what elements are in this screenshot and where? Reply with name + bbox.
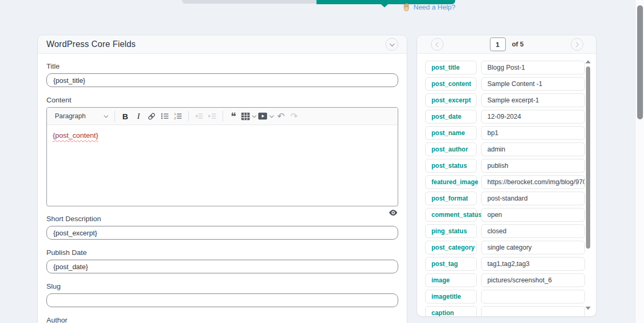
undo-button[interactable]: ↶ [274,109,287,123]
progress-pointer-icon [379,3,390,7]
scroll-down-icon[interactable] [585,307,591,310]
field-mapping-row: post_format post-standard [425,192,585,205]
field-chip[interactable]: post_date [425,110,477,124]
table-button[interactable] [240,109,257,123]
previous-record-button[interactable] [431,38,444,51]
italic-button[interactable]: I [132,109,145,123]
field-chip[interactable]: ping_status [425,224,477,238]
need-help-link[interactable]: Need a Help? [414,3,456,11]
field-chip[interactable]: post_name [425,126,477,140]
field-chip[interactable]: post_format [425,192,477,205]
chevron-down-icon [270,113,274,118]
record-pager: of 5 [489,37,523,51]
bold-icon: B [122,112,128,121]
field-chip[interactable]: post_tag [425,257,477,271]
toolbar-divider [114,111,115,121]
field-chip[interactable]: post_category [425,241,477,254]
bold-button[interactable]: B [119,109,132,123]
table-icon [241,112,250,120]
field-mapping-row: post_excerpt Sample excerpt-1 [425,93,585,107]
outdent-icon [195,112,204,120]
next-record-button[interactable] [571,38,583,51]
chevron-right-icon [574,42,579,47]
field-value [481,306,585,317]
scroll-up-icon[interactable] [585,60,591,63]
field-mapping-row: post_content Sample Content -1 [425,77,585,91]
link-button[interactable] [145,109,158,123]
editor-toolbar: Paragraph B I [47,108,398,125]
publish-date-input[interactable] [46,260,398,273]
indent-button[interactable] [206,109,219,123]
field-chip[interactable]: post_excerpt [425,93,477,107]
toolbar-divider [223,111,223,121]
field-value: publish [481,159,585,173]
panel-scrollbar-thumb[interactable] [586,66,590,249]
paragraph-style-dropdown[interactable]: Paragraph [52,112,111,120]
field-mapping-row: post_author admin [425,142,585,156]
panel-scrollbar[interactable] [585,60,591,310]
field-chip[interactable]: post_status [425,159,477,173]
bullet-list-button[interactable] [158,109,171,123]
field-mapping-list: post_title Blogg Post-1 post_content Sam… [425,61,585,317]
field-chip[interactable]: post_title [425,61,477,74]
blockquote-icon: ❝ [230,113,236,119]
title-input[interactable] [46,73,398,87]
post-content-token: {post_content} [53,131,98,139]
import-data-preview-panel: of 5 post_title Blogg Post-1 post_conten… [417,35,597,317]
field-mapping-row: image pictures/screenshot_6 [425,273,585,287]
preview-toggle-button[interactable] [389,209,398,218]
slug-label: Slug [46,282,398,290]
field-mapping-row: ping_status closed [425,224,585,238]
bullet-list-icon [160,112,169,120]
field-chip[interactable]: caption [425,306,477,317]
undo-icon: ↶ [277,111,284,121]
left-panel-body: Title Content Paragraph B I [38,54,407,323]
short-description-field-block: Short Description [46,215,398,240]
window-scrollbar-thumb[interactable] [637,5,643,119]
publish-date-label: Publish Date [46,249,398,256]
author-label: Author [46,316,398,323]
field-value: Sample excerpt-1 [481,93,585,107]
field-value: Blogg Post-1 [481,61,585,74]
content-label: Content [46,96,398,104]
link-icon [147,112,156,121]
media-button[interactable] [257,109,274,123]
content-field-block: Content Paragraph B I [46,96,398,206]
field-chip[interactable]: featured_image [425,175,477,189]
author-field-block: Author [46,316,398,323]
chevron-left-icon [436,42,441,47]
field-mapping-row: comment_status open [425,208,585,222]
content-editor-textarea[interactable]: {post_content} [47,125,398,206]
redo-button[interactable]: ↷ [287,109,301,123]
field-value: open [481,208,585,222]
collapse-panel-button[interactable] [386,38,398,51]
publish-date-field-block: Publish Date [46,249,398,273]
short-description-input[interactable] [46,226,398,240]
eye-icon [389,209,398,216]
field-value: post-standard [481,192,585,205]
slug-input[interactable] [46,293,398,307]
field-chip[interactable]: image [425,273,477,287]
svg-text:2: 2 [174,117,176,120]
field-value: tag1,tag2,tag3 [481,257,585,271]
outdent-button[interactable] [193,109,206,123]
right-panel-header: of 5 [417,35,596,54]
window-scrollbar[interactable] [635,0,644,323]
field-chip[interactable]: post_content [425,77,477,91]
panel-title: WordPress Core Fields [46,40,136,49]
field-value: bp1 [481,126,585,140]
field-chip[interactable]: imagetitle [425,290,477,303]
field-value: pictures/screenshot_6 [481,273,585,287]
blockquote-button[interactable]: ❝ [227,109,240,123]
content-editor: Paragraph B I [46,107,398,206]
field-chip[interactable]: post_author [425,142,477,156]
field-chip[interactable]: comment_status [425,208,477,222]
field-value: 12-09-2024 [481,110,585,124]
numbered-list-button[interactable]: 1 2 [171,109,185,123]
record-number-input[interactable] [489,37,505,51]
toolbar-divider [188,111,189,121]
chevron-down-icon [252,113,256,118]
field-value: admin [481,142,585,156]
title-label: Title [46,62,398,70]
wordpress-core-fields-panel: WordPress Core Fields Title Content Para… [37,35,407,323]
